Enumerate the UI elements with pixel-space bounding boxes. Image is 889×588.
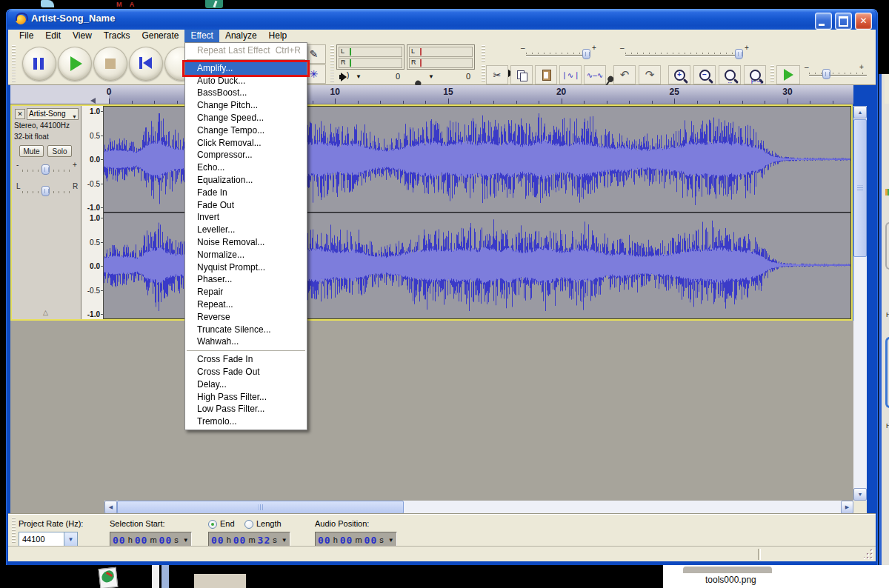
menu-item-noise-removal[interactable]: Noise Removal... [185, 236, 307, 249]
playback-meter[interactable]: L R [336, 44, 404, 70]
timeline-ruler[interactable]: 051015202530 [10, 85, 853, 104]
menu-item-change-pitch[interactable]: Change Pitch... [185, 99, 307, 112]
horizontal-scrollbar[interactable]: ◀ ▶ [104, 501, 853, 514]
project-rate-combo[interactable]: 44100 ▼ [19, 532, 78, 547]
end-radio[interactable] [208, 520, 217, 529]
menu-item-compressor[interactable]: Compressor... [185, 149, 307, 161]
play-speed-slider[interactable] [809, 75, 867, 76]
time-digits-h[interactable]: 00 [318, 535, 331, 546]
fit-project-button[interactable]: ⊢⊣ [744, 65, 766, 84]
vertical-ruler[interactable]: 1.00.50.0-0.5-1.01.00.50.0-0.5-1.0 [81, 106, 104, 319]
stop-button[interactable] [93, 47, 127, 81]
time-digits-m[interactable]: 00 [340, 535, 353, 546]
menu-item-invert[interactable]: Invert [185, 211, 307, 224]
undo-button[interactable]: ↶ [613, 65, 636, 84]
menu-item-click-removal[interactable]: Click Removal... [185, 137, 307, 150]
menubar-item-tracks[interactable]: Tracks [98, 30, 136, 42]
pan-thumb[interactable] [41, 186, 50, 196]
menu-item-cross-fade-out[interactable]: Cross Fade Out [185, 366, 307, 378]
time-digits-s[interactable]: 00 [364, 535, 378, 546]
transport-toolbar-grip[interactable] [12, 45, 16, 82]
scroll-right-icon[interactable]: ▶ [841, 501, 853, 514]
title-bar[interactable] [7, 10, 876, 30]
menubar-item-analyze[interactable]: Analyze [219, 30, 263, 42]
desktop-shortcut-icon[interactable] [96, 567, 121, 588]
menu-item-reverse[interactable]: Reverse [185, 311, 307, 324]
scroll-left-icon[interactable]: ◀ [104, 501, 117, 514]
transcription-toolbar-grip[interactable] [770, 65, 774, 83]
resize-grip[interactable] [864, 549, 873, 559]
mixer-toolbar-grip[interactable] [482, 45, 485, 63]
menubar-item-help[interactable]: Help [263, 30, 293, 42]
mute-button[interactable]: Mute [19, 145, 44, 157]
close-button[interactable]: ✕ [855, 13, 872, 30]
minimize-button[interactable] [815, 13, 832, 30]
menubar-item-generate[interactable]: Generate [136, 30, 184, 42]
silence-button[interactable]: ∿‒∿ [584, 65, 606, 84]
solo-button[interactable]: Solo [47, 145, 72, 157]
menu-item-normalize[interactable]: Normalize... [185, 249, 307, 261]
time-digits-s[interactable]: 32 [258, 535, 271, 546]
length-radio[interactable] [244, 520, 253, 529]
menu-item-leveller[interactable]: Leveller... [185, 224, 307, 236]
vertical-scrollbar[interactable]: ▲ ▼ [853, 106, 867, 501]
input-volume-slider[interactable] [625, 55, 742, 56]
scroll-up-icon[interactable]: ▲ [853, 106, 867, 118]
recording-meter[interactable]: L R [407, 44, 475, 70]
edit-toolbar-grip[interactable] [482, 65, 485, 83]
menu-item-tremolo[interactable]: Tremolo... [185, 415, 307, 428]
time-field-dropdown-icon[interactable]: ▼ [388, 537, 394, 544]
gain-thumb[interactable] [41, 164, 50, 175]
menu-item-change-tempo[interactable]: Change Tempo... [185, 124, 307, 137]
menu-item-wahwah[interactable]: Wahwah... [185, 335, 307, 348]
fit-selection-button[interactable]: ↔ [719, 65, 741, 84]
redo-button[interactable]: ↷ [639, 65, 661, 84]
zoom-out-button[interactable]: − [693, 65, 716, 84]
time-digits-m[interactable]: 00 [135, 535, 148, 546]
menu-item-equalization[interactable]: Equalization... [185, 174, 307, 187]
play-at-speed-button[interactable] [776, 65, 800, 84]
output-volume-thumb[interactable] [582, 49, 590, 59]
time-field-dropdown-icon[interactable]: ▼ [282, 537, 287, 544]
horizontal-scroll-thumb[interactable] [117, 501, 404, 514]
menu-item-phaser[interactable]: Phaser... [185, 273, 307, 286]
time-digits-h[interactable]: 00 [211, 535, 224, 546]
menu-item-repeat-last-effect[interactable]: Repeat Last EffectCtrl+R [185, 44, 307, 57]
vertical-scroll-thumb[interactable] [853, 119, 867, 257]
pause-button[interactable] [22, 47, 56, 81]
menu-item-change-speed[interactable]: Change Speed... [185, 112, 307, 124]
skip-start-button[interactable] [129, 47, 163, 81]
combo-arrow-icon[interactable]: ▼ [64, 532, 77, 547]
time-digits-s[interactable]: 00 [159, 535, 173, 546]
menu-item-repeat[interactable]: Repeat... [185, 298, 307, 311]
play-speed-thumb[interactable] [822, 69, 830, 79]
menu-item-nyquist-prompt[interactable]: Nyquist Prompt... [185, 261, 307, 274]
selection-toolbar-grip[interactable] [12, 518, 16, 544]
menu-item-fade-out[interactable]: Fade Out [185, 199, 307, 212]
input-volume-thumb[interactable] [735, 49, 743, 59]
menu-item-fade-in[interactable]: Fade In [185, 187, 307, 199]
menu-item-bassboost[interactable]: BassBoost... [185, 87, 307, 99]
track-title-dropdown[interactable]: Artist-Song▼ [27, 108, 79, 120]
menu-item-echo[interactable]: Echo... [185, 161, 307, 174]
recording-meter-dropdown-icon[interactable]: ▼ [428, 73, 434, 80]
track-close-button[interactable]: ✕ [15, 109, 25, 119]
time-field-dropdown-icon[interactable]: ▼ [183, 537, 189, 544]
track-control-panel[interactable]: ✕ Artist-Song▼ Stereo, 44100Hz 32-bit fl… [12, 106, 81, 319]
copy-button[interactable] [510, 65, 533, 84]
cut-button[interactable]: ✂ [486, 65, 508, 84]
zoom-in-button[interactable]: + [668, 65, 690, 84]
collapse-icon[interactable]: △ [43, 309, 48, 316]
menu-item-low-pass-filter[interactable]: Low Pass Filter... [185, 403, 307, 415]
menubar-item-edit[interactable]: Edit [39, 30, 67, 42]
scroll-down-icon[interactable]: ▼ [853, 488, 867, 501]
menu-item-high-pass-filter[interactable]: High Pass Filter... [185, 391, 307, 404]
menubar-item-file[interactable]: File [13, 30, 39, 42]
maximize-button[interactable] [835, 13, 852, 30]
output-volume-slider[interactable] [526, 55, 590, 56]
meter-toolbar-grip[interactable] [330, 45, 334, 84]
paste-button[interactable] [535, 65, 557, 84]
menu-item-delay[interactable]: Delay... [185, 378, 307, 391]
menubar-item-view[interactable]: View [67, 30, 98, 42]
menu-item-truncate-silence[interactable]: Truncate Silence... [185, 324, 307, 336]
